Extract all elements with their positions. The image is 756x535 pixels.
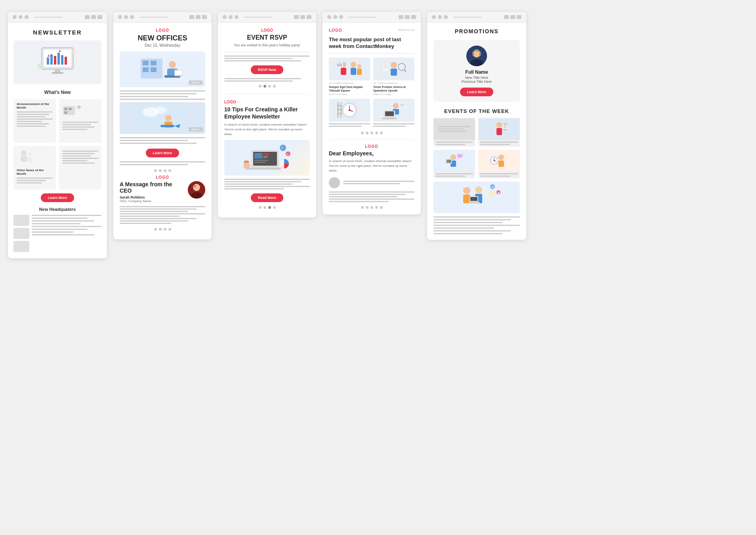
pag-dot: [154, 169, 157, 172]
line: [433, 216, 520, 218]
line: [433, 227, 494, 229]
line: [32, 215, 101, 216]
browser-lines-1: [34, 17, 82, 18]
read-more-button[interactable]: Read More: [251, 193, 283, 202]
pag-dot: [159, 228, 162, 231]
svg-rect-61: [341, 68, 346, 75]
card4-mini-lines: [373, 123, 414, 127]
svg-rect-65: [357, 69, 362, 75]
pag-dot: [370, 206, 373, 209]
event-card-4: [478, 150, 520, 178]
svg-rect-16: [69, 108, 72, 110]
pag-dot: [273, 206, 276, 209]
w2-learn-more-button[interactable]: Learn More: [146, 149, 179, 157]
pag-dot: [164, 169, 166, 172]
w5-last-illustration: ✉ ★: [449, 183, 504, 211]
event-illus-2: [489, 120, 509, 138]
rsvp-button[interactable]: RSVP Now: [251, 65, 283, 74]
svg-point-37: [165, 115, 172, 121]
svg-rect-26: [151, 61, 157, 65]
announcement-card: Announcement of the Month: [13, 99, 56, 143]
dot3: [235, 15, 239, 19]
w2-btn-overlay[interactable]: Button: [189, 80, 203, 85]
event-illus-4: [489, 152, 509, 170]
svg-rect-107: [503, 129, 507, 130]
sq3: [97, 15, 102, 19]
pag-dot: [154, 228, 157, 231]
line: [17, 178, 53, 179]
sq3: [307, 15, 311, 19]
pag-dot: [361, 132, 364, 134]
w2-btn-overlay-2[interactable]: Button: [189, 127, 203, 132]
news-img-2: [373, 57, 414, 80]
svg-rect-101: [472, 53, 474, 56]
svg-rect-23: [27, 157, 32, 162]
line: [17, 182, 42, 183]
svg-point-44: [194, 185, 196, 187]
line: [17, 180, 46, 181]
hq-images: [13, 215, 29, 252]
dear-lines: [343, 181, 414, 184]
pag-dot: [370, 132, 373, 134]
dot2: [19, 15, 23, 19]
event-card-3: [433, 150, 475, 178]
pag-dot: [268, 85, 271, 88]
promo-learn-button[interactable]: Learn More: [460, 88, 494, 96]
line: [224, 60, 301, 61]
promo-full-name: Full Name: [439, 69, 514, 75]
event-illus-3: [445, 152, 464, 170]
line: [329, 191, 414, 193]
svg-rect-72: [391, 69, 397, 76]
promo-prev-title: Previous Title Here: [439, 80, 514, 84]
other-news-icon: [17, 149, 53, 166]
svg-rect-131: [468, 202, 480, 203]
dot3: [130, 15, 134, 19]
line: [433, 233, 502, 234]
svg-line-74: [404, 69, 406, 72]
event-card-2: [478, 118, 520, 147]
event-img-4: [478, 150, 520, 172]
w2-logo: LOGO: [120, 28, 205, 32]
announcement-lines: [17, 111, 53, 127]
card-icon: ⏱: [62, 102, 98, 120]
line: [120, 99, 205, 100]
event-text-2: [478, 140, 520, 147]
svg-point-124: [493, 160, 494, 161]
pag-dot: [375, 132, 378, 134]
svg-rect-48: [254, 153, 262, 159]
svg-rect-119: [498, 160, 504, 167]
line: [120, 206, 205, 207]
line: [435, 176, 466, 177]
dear-title: Dear Employees,: [329, 150, 414, 157]
learn-more-button-1[interactable]: Learn More: [41, 193, 74, 202]
line: [329, 194, 406, 195]
line: [17, 116, 46, 117]
svg-rect-93: [385, 111, 394, 116]
line: [120, 218, 197, 219]
w4-logo-1: LOGO: [329, 28, 342, 32]
w2-content: LOGO NEW OFFICES Dec 15, Wednesday: [113, 23, 212, 239]
svg-rect-25: [143, 61, 149, 65]
svg-point-103: [496, 122, 502, 128]
line: [32, 226, 101, 227]
line: [120, 208, 197, 210]
w4-news-grid: AC TURRIS EGESTAS Semper Eget Duis Abyat…: [329, 57, 414, 127]
event-pag-dots: [224, 85, 310, 88]
sq2: [510, 15, 515, 19]
w5-last-image: ✉ ★: [433, 182, 520, 213]
news-illus-3: [336, 100, 363, 120]
line: [120, 161, 205, 162]
dear-text: In search of some fresh, creative intern…: [329, 159, 414, 173]
browser-line: [349, 17, 377, 18]
news-title-1: Semper Eget Duis Abyata Telluvait Square: [329, 85, 370, 92]
browser-line: [244, 17, 272, 18]
w3-logo-1: LOGO: [224, 28, 310, 32]
line: [433, 219, 511, 220]
line: [62, 124, 91, 125]
svg-rect-95: [399, 102, 406, 108]
news-title-2: Tortor Pretium Viverra at Spandisse Uyes…: [373, 85, 414, 92]
dot3: [339, 15, 343, 19]
sq2: [196, 15, 200, 19]
svg-text:⏱: ⏱: [77, 105, 81, 109]
pag-dot-active: [268, 206, 271, 209]
